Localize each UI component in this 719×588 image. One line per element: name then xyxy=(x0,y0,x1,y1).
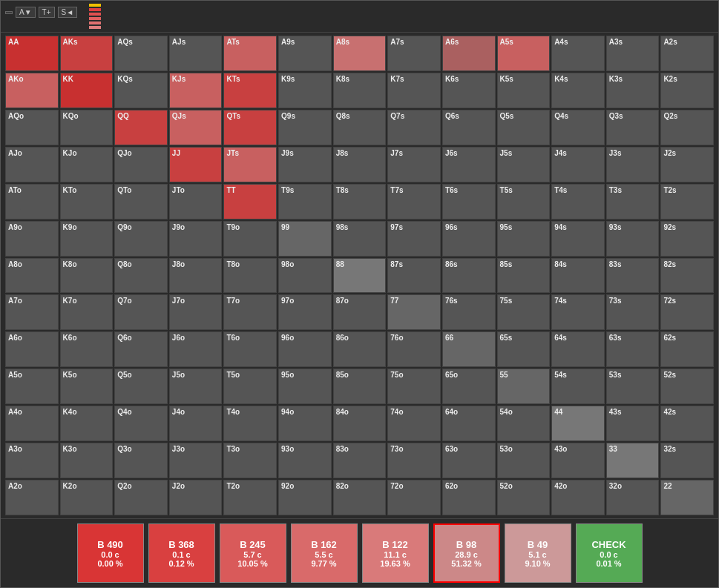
matrix-cell[interactable]: K8s xyxy=(333,73,387,108)
matrix-cell[interactable]: 87s xyxy=(387,258,441,294)
matrix-cell[interactable]: QJo xyxy=(114,147,168,182)
bet245-button[interactable] xyxy=(89,17,101,20)
matrix-cell[interactable]: 62o xyxy=(442,480,496,515)
matrix-cell[interactable]: 33 xyxy=(606,443,660,478)
matrix-cell[interactable]: 63o xyxy=(442,443,496,478)
matrix-cell[interactable]: J4o xyxy=(169,406,223,441)
matrix-cell[interactable]: J8o xyxy=(169,258,223,294)
matrix-cell[interactable]: 95s xyxy=(497,221,551,257)
matrix-cell[interactable]: T8s xyxy=(333,184,387,219)
matrix-cell[interactable]: Q5s xyxy=(497,110,551,145)
matrix-cell[interactable]: A7o xyxy=(5,294,59,330)
matrix-cell[interactable]: 98s xyxy=(333,221,387,257)
matrix-cell[interactable]: AQo xyxy=(5,110,59,145)
bet162-button[interactable] xyxy=(89,22,101,24)
matrix-cell[interactable]: A2o xyxy=(5,480,59,515)
matrix-cell[interactable]: T4o xyxy=(223,406,277,441)
matrix-cell[interactable]: 84s xyxy=(551,258,605,294)
matrix-cell[interactable]: 88 xyxy=(333,258,387,294)
matrix-cell[interactable]: J6s xyxy=(442,147,496,182)
matrix-cell[interactable]: T5o xyxy=(223,369,277,404)
matrix-cell[interactable]: 97o xyxy=(278,294,332,330)
matrix-cell[interactable]: 52o xyxy=(497,480,551,515)
matrix-cell[interactable]: J5o xyxy=(169,369,223,404)
action-box-check[interactable]: CHECK0.0 c0.01 % xyxy=(576,523,643,583)
bet490-button[interactable] xyxy=(89,8,101,11)
matrix-cell[interactable]: 54o xyxy=(497,406,551,441)
matrix-cell[interactable]: A5s xyxy=(497,36,551,71)
matrix-cell[interactable]: AQs xyxy=(114,36,168,71)
matrix-cell[interactable]: A7s xyxy=(387,36,441,71)
action-box-b368[interactable]: B 3680.1 c0.12 % xyxy=(148,523,215,583)
matrix-cell[interactable]: T4s xyxy=(551,184,605,219)
matrix-cell[interactable]: 32s xyxy=(660,443,714,478)
matrix-cell[interactable]: AJs xyxy=(169,36,223,71)
matrix-cell[interactable]: 76o xyxy=(387,331,441,367)
matrix-cell[interactable]: J3o xyxy=(169,443,223,478)
matrix-cell[interactable]: A9o xyxy=(5,221,59,257)
matrix-cell[interactable]: 53o xyxy=(497,443,551,478)
matrix-cell[interactable]: K2s xyxy=(660,73,714,108)
matrix-cell[interactable]: A4o xyxy=(5,406,59,441)
matrix-cell[interactable]: 96s xyxy=(442,221,496,257)
matrix-cell[interactable]: 73s xyxy=(606,294,660,330)
matrix-cell[interactable]: 72s xyxy=(660,294,714,330)
matrix-cell[interactable]: 62s xyxy=(660,331,714,367)
matrix-cell[interactable]: T7o xyxy=(223,294,277,330)
matrix-cell[interactable]: KTs xyxy=(223,73,277,108)
bet122-button[interactable] xyxy=(89,26,101,29)
matrix-cell[interactable]: A3s xyxy=(606,36,660,71)
matrix-cell[interactable]: 98o xyxy=(278,258,332,294)
matrix-cell[interactable]: T2s xyxy=(660,184,714,219)
matrix-cell[interactable]: 95o xyxy=(278,369,332,404)
matrix-cell[interactable]: 82o xyxy=(333,480,387,515)
matrix-cell[interactable]: 75o xyxy=(387,369,441,404)
matrix-cell[interactable]: T2o xyxy=(223,480,277,515)
matrix-cell[interactable]: T3s xyxy=(606,184,660,219)
matrix-cell[interactable]: 96o xyxy=(278,331,332,367)
matrix-cell[interactable]: QTs xyxy=(223,110,277,145)
matrix-cell[interactable]: 66 xyxy=(442,331,496,367)
matrix-cell[interactable]: Q5o xyxy=(114,369,168,404)
matrix-cell[interactable]: KJo xyxy=(60,147,114,182)
matrix-cell[interactable]: K2o xyxy=(60,480,114,515)
matrix-cell[interactable]: 73o xyxy=(387,443,441,478)
matrix-cell[interactable]: 52s xyxy=(660,369,714,404)
matrix-cell[interactable]: 87o xyxy=(333,294,387,330)
matrix-cell[interactable]: QTo xyxy=(114,184,168,219)
matrix-cell[interactable]: T6o xyxy=(223,331,277,367)
matrix-cell[interactable]: K5o xyxy=(60,369,114,404)
matrix-cell[interactable]: J7s xyxy=(387,147,441,182)
matrix-cell[interactable]: AKs xyxy=(60,36,114,71)
matrix-cell[interactable]: 54s xyxy=(551,369,605,404)
matrix-cell[interactable]: ATs xyxy=(223,36,277,71)
up-arrow-button[interactable]: A▼ xyxy=(16,7,36,18)
matrix-cell[interactable]: T9s xyxy=(278,184,332,219)
action-box-b245[interactable]: B 2455.7 c10.05 % xyxy=(220,523,286,583)
matrix-cell[interactable]: J2o xyxy=(169,480,223,515)
matrix-cell[interactable]: KJs xyxy=(169,73,223,108)
action-box-b490[interactable]: B 4900.0 c0.00 % xyxy=(77,523,144,583)
matrix-cell[interactable]: 74o xyxy=(387,406,441,441)
matrix-cell[interactable]: K3s xyxy=(606,73,660,108)
matrix-cell[interactable]: 83s xyxy=(606,258,660,294)
matrix-cell[interactable]: K7s xyxy=(387,73,441,108)
matrix-cell[interactable]: J3s xyxy=(606,147,660,182)
matrix-cell[interactable]: K6s xyxy=(442,73,496,108)
board-button[interactable] xyxy=(5,11,13,14)
matrix-cell[interactable]: Q3o xyxy=(114,443,168,478)
matrix-cell[interactable]: KQs xyxy=(114,73,168,108)
matrix-cell[interactable]: A5o xyxy=(5,369,59,404)
matrix-cell[interactable]: 63s xyxy=(606,331,660,367)
matrix-cell[interactable]: 65o xyxy=(442,369,496,404)
matrix-cell[interactable]: A2s xyxy=(660,36,714,71)
matrix-cell[interactable]: J4s xyxy=(551,147,605,182)
matrix-cell[interactable]: K3o xyxy=(60,443,114,478)
matrix-cell[interactable]: J5s xyxy=(497,147,551,182)
t-plus-button[interactable]: T+ xyxy=(39,7,55,18)
action-box-b162[interactable]: B 1625.5 c9.77 % xyxy=(291,523,358,583)
matrix-cell[interactable]: Q2s xyxy=(660,110,714,145)
matrix-cell[interactable]: 64o xyxy=(442,406,496,441)
matrix-cell[interactable]: K5s xyxy=(497,73,551,108)
matrix-cell[interactable]: 86o xyxy=(333,331,387,367)
